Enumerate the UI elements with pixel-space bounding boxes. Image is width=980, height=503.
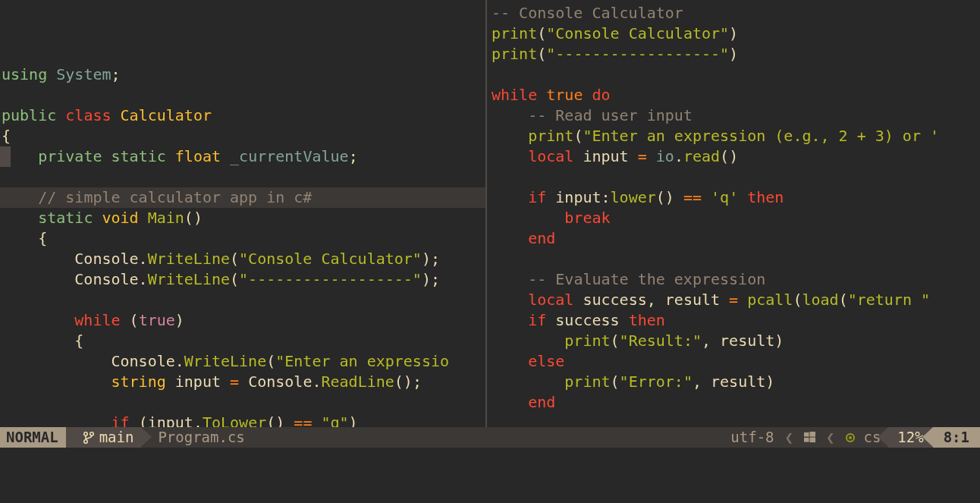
token: "------------------" [546,45,729,63]
code-line[interactable] [490,167,980,187]
code-line[interactable]: if input:lower() == 'q' then [490,187,980,208]
code-line[interactable]: while (true) [0,310,485,331]
code-line[interactable] [0,167,485,187]
token: then [629,311,665,329]
token: = [230,373,239,391]
code-line[interactable]: print("------------------") [490,44,980,64]
token: static [38,209,93,227]
mode-text: NORMAL [6,427,58,448]
token [738,188,747,206]
code-line[interactable] [0,85,485,105]
token: ) [349,413,358,427]
code-line[interactable]: else [490,351,980,372]
token: "Console Calculator" [546,24,729,42]
code-line[interactable]: private static float _currentValue; [0,146,485,167]
code-line[interactable]: print("Enter an expression (e.g., 2 + 3)… [490,126,980,146]
code-line[interactable]: -- Console Calculator [490,3,980,24]
token: Console. [239,373,321,391]
token: ; [349,147,358,165]
filename-text: Program.cs [158,427,244,448]
code-line[interactable]: -- Read user input [490,105,980,126]
code-line[interactable] [0,392,485,413]
token [537,86,546,104]
svg-point-2 [83,439,86,442]
token [647,147,656,165]
code-line[interactable]: local input = io.read() [490,146,980,167]
code-line[interactable]: -- Evaluate the expression [490,269,980,290]
code-line[interactable]: Console.WriteLine("Enter an expressio [0,351,485,372]
token [93,209,102,227]
token: ( [573,127,583,145]
token: success [546,311,628,329]
code-line[interactable]: local success, result = pcall(load("retu… [490,290,980,310]
token: Calculator [121,106,212,124]
code-line[interactable] [490,64,980,85]
right-pane[interactable]: -- Console Calculatorprint("Console Calc… [487,0,980,427]
code-line[interactable]: { [0,228,485,249]
code-line[interactable]: while true do [490,85,980,105]
code-line[interactable]: print("Console Calculator") [490,24,980,44]
token: () [184,209,203,227]
token [312,413,321,427]
token [492,393,528,411]
token: input [166,373,230,391]
token [492,332,564,350]
code-line[interactable]: if success then [490,310,980,331]
token: success, result [573,291,729,309]
token: input: [546,188,610,206]
token [492,270,528,288]
token [492,147,528,165]
fileinfo-segment: utf-8 ❮ ❮ cs [723,427,888,448]
code-line[interactable]: using System; [0,64,485,85]
code-line[interactable]: break [490,208,980,228]
code-line[interactable]: { [0,126,485,146]
code-line[interactable]: end [490,228,980,249]
left-pane[interactable]: using System; public class Calculator{ p… [0,0,485,427]
code-line[interactable] [0,290,485,310]
token: , result) [693,373,774,391]
token: "Result:" [620,332,702,350]
svg-point-8 [849,436,852,439]
token [166,147,175,165]
command-area[interactable] [0,448,980,503]
code-line[interactable] [490,249,980,269]
separator-icon: ❮ [782,427,796,448]
token: Console. [2,352,184,370]
code-line[interactable]: Console.WriteLine("Console Calculator"); [0,249,485,269]
code-line[interactable]: // simple calculator app in c# [0,187,485,208]
token: (); [394,373,422,391]
svg-rect-3 [804,432,809,437]
token: public [2,106,56,124]
token: ( [537,24,546,42]
code-line[interactable]: string input = Console.ReadLine(); [0,372,485,392]
code-line[interactable]: { [0,331,485,351]
token: ) [729,45,738,63]
token: local [528,291,573,309]
token: ToLower [203,413,266,427]
code-line[interactable]: public class Calculator [0,105,485,126]
token: ; [112,65,121,83]
token [221,147,230,165]
token [2,373,112,391]
filetype-icon [845,432,856,443]
token: () [656,188,683,206]
code-line[interactable]: print("Error:", result) [490,372,980,392]
token: load [802,291,838,309]
token: do [592,86,610,104]
token: -- Read user input [528,106,693,124]
code-line[interactable]: static void Main() [0,208,485,228]
token: = [638,147,647,165]
token: ( [537,45,546,63]
token: ); [422,270,440,288]
token: "------------------" [239,270,422,288]
token [112,106,121,124]
token [492,291,528,309]
code-line[interactable]: end [490,392,980,413]
code-line[interactable]: Console.WriteLine("------------------"); [0,269,485,290]
token: "Error:" [620,373,693,391]
code-line[interactable]: if (input.ToLower() == "q") [0,413,485,427]
token [2,413,112,427]
code-line[interactable]: print("Result:", result) [490,331,980,351]
branch-icon [83,431,95,445]
token: if [528,188,546,206]
